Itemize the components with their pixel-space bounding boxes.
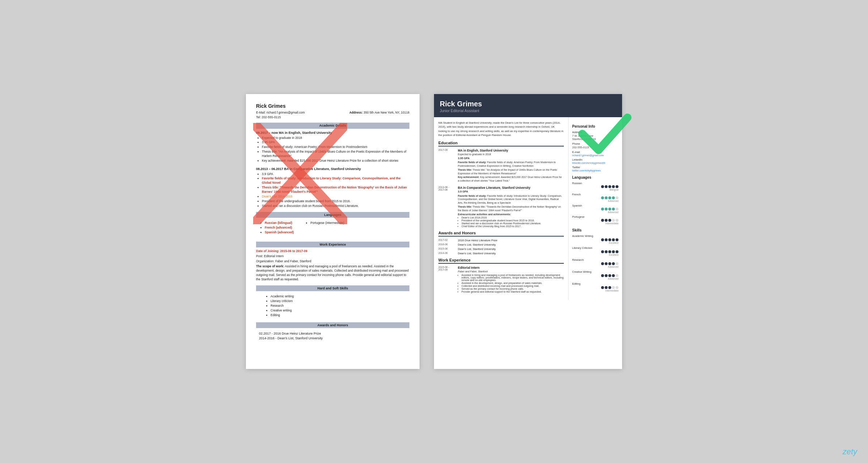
work-bullet: Assisted in hiring and managing a pool o…: [461, 274, 564, 281]
zety-logo: zety: [843, 447, 857, 456]
summary: MA Student in English at Stanford Univer…: [438, 121, 564, 137]
section-awards: Awards and Honors: [256, 322, 409, 328]
right-main: MA Student in English at Stanford Univer…: [434, 117, 569, 300]
lang-list-1: Russian (bilingual) French (advanced) Sp…: [259, 221, 294, 235]
section-awards-right: Awards and Honors: [438, 231, 564, 237]
skill-dot: [616, 286, 618, 289]
skill-dot: [612, 274, 615, 277]
work-bullets: Assisted in hiring and managing a pool o…: [458, 274, 564, 293]
work-bullet: Assisted in the development, design, and…: [461, 282, 564, 284]
skill-dot: [605, 286, 608, 289]
lang-dot: [601, 208, 604, 211]
right-edu-2: 2013-08 - 2017-06 BA in Comparative Lite…: [438, 186, 564, 228]
right-name: Rick Grimes: [440, 100, 616, 108]
work-bullet: Served as the primary contact for incomi…: [461, 288, 564, 290]
left-address: Address: 350 5th Ave New York, NY, 10118: [349, 111, 409, 115]
skill-dot: [601, 250, 604, 253]
lang-dot: [612, 219, 615, 222]
skill-row: EditingIntermediate: [572, 282, 618, 292]
edu-entry-2: 08.2013 – 06.2017 BA in Comparative Lite…: [256, 167, 409, 208]
lang-dot: [605, 196, 608, 199]
work-entry: Date of Joining: 2015-06 to 2017-09 Post…: [256, 249, 409, 281]
resume-left: Rick Grimes E-Mail: richard.f.grimes@gma…: [246, 94, 420, 369]
lang-dot: [612, 208, 615, 211]
skill-row: Creative WritingAdvanced: [572, 270, 618, 280]
lang-dot: [601, 219, 604, 222]
lang-dot: [605, 208, 608, 211]
lang-dot: [608, 208, 611, 211]
skill-dot: [608, 262, 611, 265]
lang-dot: [608, 219, 611, 222]
skill-dot: [601, 286, 604, 289]
lang-list-2: Portugese (intermediate): [305, 221, 344, 235]
lang-dot: [608, 196, 611, 199]
lang-dot: [612, 196, 615, 199]
skills-list: Academic writing Literary criticism Rese…: [256, 293, 409, 319]
skill-dot: [612, 262, 615, 265]
section-work: Work Experience: [256, 242, 409, 248]
section-languages: Languages: [256, 212, 409, 218]
lang-row: RussianBilingual: [572, 182, 618, 191]
lang-dot: [616, 219, 618, 222]
right-sidebar: Personal Info Address 7 W. Adams Lane St…: [569, 117, 622, 300]
work-bullet: Collected and distributed incoming mail …: [461, 285, 564, 287]
skill-dot: [608, 286, 611, 289]
section-work-right: Work Experience: [438, 258, 564, 264]
skills-title: Skills: [572, 228, 618, 232]
lang-dot: [608, 185, 611, 188]
lang-dot: [616, 208, 618, 211]
skill-row: Literary CriticismExcellent: [572, 246, 618, 256]
skill-dot: [608, 250, 611, 253]
skill-dot: [601, 262, 604, 265]
skill-dot: [616, 274, 618, 277]
skill-dot: [605, 250, 608, 253]
edu2-extra: Dean's List 2014-2016 President of the u…: [458, 216, 564, 228]
left-email-label: E-Mail: richard.f.grimes@gmail.com: [256, 111, 305, 115]
lang-dot: [605, 185, 608, 188]
awards-list: 02.2017 - 2016 Drue Heinz Literature Pri…: [256, 330, 409, 342]
skill-dot: [616, 250, 618, 253]
section-skills: Hard and Soft Skills: [256, 285, 409, 292]
right-edu-1: 2017-09 MA in English, Stanford Universi…: [438, 149, 564, 183]
section-academic: Academic Details: [256, 123, 409, 129]
resume-right: Rick Grimes Junior Editorial Assistant M…: [434, 94, 622, 369]
award-row: 2016-06Dean's List, Stanford University: [438, 243, 564, 246]
right-header: Rick Grimes Junior Editorial Assistant: [434, 94, 622, 117]
skill-dot: [608, 238, 611, 241]
lang-dot: [605, 219, 608, 222]
personal-info-title: Personal Info: [572, 124, 618, 128]
lang-dot: [616, 196, 618, 199]
lang-row: FrenchAdvanced: [572, 193, 618, 202]
edu-bullets-2: 3.9 GPA Favorite fields of study: Introd…: [256, 172, 409, 208]
section-education-right: Education: [438, 141, 564, 146]
work-bullet: Provide general and editorial support to…: [461, 290, 564, 293]
languages-block: Russian (bilingual) French (advanced) Sp…: [256, 220, 409, 239]
skill-dot: [612, 238, 615, 241]
skill-dot: [608, 274, 611, 277]
languages-title: Languages: [572, 175, 618, 179]
skill-dot: [616, 262, 618, 265]
edu-bullets-1: Expected to graduate in 2018 3.95 GPA Fa…: [256, 136, 409, 163]
awards-right: 2017-022016 Drue Heinz Literature Prize2…: [438, 239, 564, 255]
left-name: Rick Grimes: [256, 103, 409, 110]
skill-dot: [605, 238, 608, 241]
skill-dot: [601, 238, 604, 241]
skill-dot: [616, 238, 618, 241]
lang-dot: [616, 185, 618, 188]
skill-row: ResearchAdvanced: [572, 258, 618, 268]
skill-bars: Academic WritingExcellentLiterary Critic…: [572, 234, 618, 292]
work-entry-right: 2015-06 - 2017-09 Editorial Intern Faber…: [438, 266, 564, 293]
edu-entry-1: 09.2017 – now MA in English, Stanford Un…: [256, 131, 409, 163]
right-subtitle: Junior Editorial Assistant: [440, 109, 616, 113]
left-tel: Tel: 202-555-0115: [256, 115, 409, 120]
skill-dot: [605, 262, 608, 265]
right-body: MA Student in English at Stanford Univer…: [434, 117, 622, 300]
lang-dot: [601, 196, 604, 199]
award-row: 2017-022016 Drue Heinz Literature Prize: [438, 239, 564, 242]
lang-dot: [601, 185, 604, 188]
skill-dot: [612, 286, 615, 289]
skill-dot: [601, 274, 604, 277]
skill-dot: [612, 250, 615, 253]
award-row: 2014-06Dean's List, Stanford University: [438, 252, 564, 255]
lang-row: PortugeseIntermediate: [572, 215, 618, 225]
